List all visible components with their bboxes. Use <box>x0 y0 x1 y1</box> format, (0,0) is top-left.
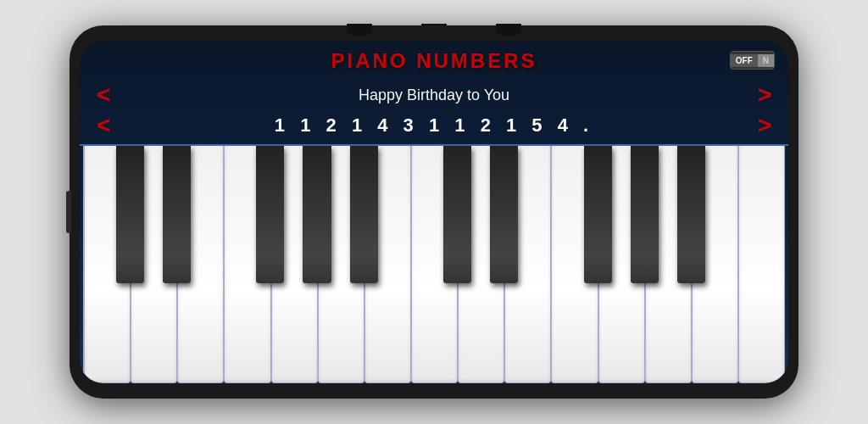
notch-left <box>347 24 372 36</box>
black-key[interactable] <box>631 146 659 283</box>
toggle-on-label[interactable]: N <box>758 54 774 67</box>
black-key[interactable] <box>256 146 284 283</box>
song-row: < Happy Birthday to You > <box>80 80 788 110</box>
black-key[interactable] <box>350 146 378 283</box>
black-key[interactable] <box>490 146 518 283</box>
notch-center <box>421 24 447 36</box>
black-key[interactable] <box>116 146 144 283</box>
black-key[interactable] <box>677 146 705 283</box>
piano-wrapper <box>83 146 785 383</box>
prev-song-button[interactable]: < <box>97 83 110 107</box>
prev-notes-button[interactable]: < <box>97 114 110 137</box>
song-title: Happy Birthday to You <box>110 86 757 104</box>
next-song-button[interactable]: > <box>758 83 771 107</box>
toggle-off-label[interactable]: OFF <box>731 54 758 67</box>
black-key[interactable] <box>163 146 191 283</box>
black-key[interactable] <box>584 146 612 283</box>
notch-right <box>496 24 521 36</box>
next-notes-button[interactable]: > <box>758 114 771 137</box>
screen: PIANO NUMBERS OFF N < Happy Birthday to … <box>80 41 788 383</box>
side-button <box>66 191 71 233</box>
black-key[interactable] <box>443 146 471 283</box>
notes-sequence: 1 1 2 1 4 3 1 1 2 1 5 4 . <box>110 114 757 137</box>
phone-frame: PIANO NUMBERS OFF N < Happy Birthday to … <box>70 25 798 399</box>
white-key[interactable] <box>738 146 785 383</box>
black-key[interactable] <box>303 146 331 283</box>
app-title: PIANO NUMBERS <box>331 49 537 73</box>
notes-row: < 1 1 2 1 4 3 1 1 2 1 5 4 . > <box>80 110 788 144</box>
toggle-switch[interactable]: OFF N <box>730 51 775 70</box>
piano-container <box>80 144 788 383</box>
header: PIANO NUMBERS OFF N <box>80 41 788 80</box>
